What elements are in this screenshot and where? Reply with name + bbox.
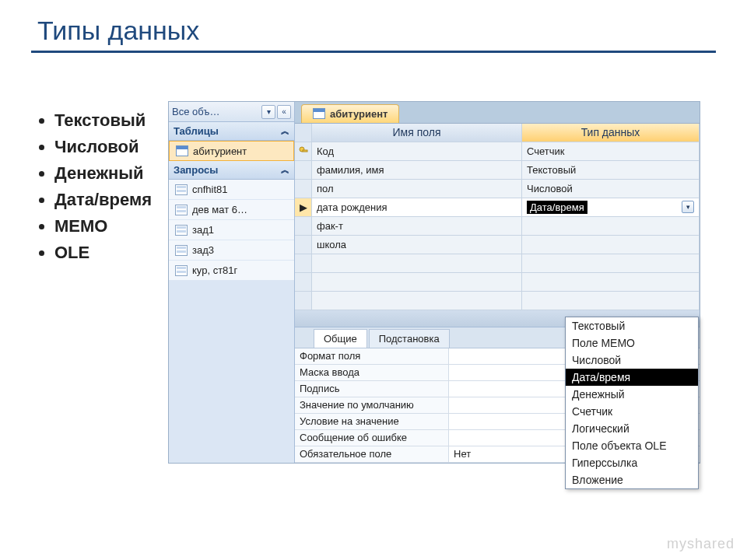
field-type-cell[interactable]: [522, 254, 700, 272]
chevron-up-icon: ︽: [281, 125, 289, 137]
nav-header: Все объ… ▾ «: [169, 102, 294, 122]
nav-item-query[interactable]: зад1: [169, 220, 294, 240]
property-label: Условие на значение: [295, 414, 449, 429]
field-name-cell[interactable]: школа: [312, 236, 522, 254]
navigation-pane: Все объ… ▾ « Таблицы ︽ абитуриент Запрос…: [169, 102, 295, 463]
field-name-cell[interactable]: фамилия, имя: [312, 161, 522, 179]
nav-item-query[interactable]: cnfhit81: [169, 180, 294, 200]
field-name-cell[interactable]: Код: [312, 142, 522, 160]
field-name-cell[interactable]: [312, 254, 522, 272]
nav-item-query[interactable]: кур, ст81г: [169, 261, 294, 281]
row-selector[interactable]: [295, 292, 312, 310]
field-row[interactable]: школа: [295, 236, 700, 254]
dropdown-option[interactable]: Поле объекта OLE: [566, 437, 698, 454]
svg-rect-1: [303, 150, 307, 152]
nav-item-label: зад3: [192, 244, 214, 256]
bullet-item: Текстовый: [54, 110, 152, 131]
nav-group-tables[interactable]: Таблицы ︽: [169, 122, 294, 141]
field-type-cell[interactable]: Дата/время ▾: [522, 198, 700, 216]
row-selector[interactable]: [295, 180, 312, 198]
chevron-up-icon: ︽: [281, 164, 289, 176]
field-type-cell[interactable]: [522, 236, 700, 254]
field-type-cell[interactable]: Текстовый: [522, 161, 700, 179]
nav-item-label: кур, ст81г: [192, 264, 237, 276]
bullet-item: MEMO: [54, 216, 152, 236]
dropdown-button[interactable]: ▾: [682, 201, 694, 213]
table-icon: [313, 108, 325, 119]
row-selector[interactable]: ▶: [295, 198, 312, 216]
row-selector[interactable]: [295, 142, 312, 160]
nav-menu-button[interactable]: ▾: [261, 105, 275, 119]
property-label: Значение по умолчанию: [295, 397, 449, 413]
bullet-list: Текстовый Числовой Денежный Дата/время M…: [23, 110, 152, 269]
field-name-cell[interactable]: [312, 273, 522, 291]
dropdown-option-selected[interactable]: Дата/время: [566, 369, 698, 386]
query-icon: [175, 265, 188, 276]
field-grid: Имя поля Тип данных Код Счетчик фамилия,…: [295, 123, 700, 310]
dropdown-option[interactable]: Вложение: [566, 471, 698, 488]
query-icon: [175, 184, 188, 195]
field-name-cell[interactable]: [312, 292, 522, 310]
dropdown-option[interactable]: Денежный: [566, 386, 698, 403]
row-selector-header: [295, 124, 312, 142]
field-name-cell[interactable]: фак-т: [312, 217, 522, 235]
watermark: myshared: [667, 536, 735, 552]
field-row[interactable]: фамилия, имя Текстовый: [295, 161, 700, 180]
object-tab-label: абитуриент: [330, 108, 388, 120]
nav-item-table[interactable]: абитуриент: [169, 141, 294, 161]
nav-item-query[interactable]: дев мат 6…: [169, 200, 294, 220]
col-header-type: Тип данных: [522, 124, 700, 142]
row-selector[interactable]: [295, 236, 312, 254]
property-label: Формат поля: [295, 348, 449, 364]
query-icon: [175, 225, 188, 236]
property-label: Подпись: [295, 381, 449, 397]
field-row-empty[interactable]: [295, 292, 700, 310]
dropdown-option[interactable]: Числовой: [566, 352, 698, 369]
field-type-cell[interactable]: [522, 292, 700, 310]
field-row-empty[interactable]: [295, 273, 700, 292]
dropdown-option[interactable]: Гиперссылка: [566, 454, 698, 471]
dropdown-option[interactable]: Поле MEMO: [566, 334, 698, 352]
nav-group-label: Таблицы: [174, 125, 281, 137]
row-selector[interactable]: [295, 161, 312, 179]
property-tab-lookup[interactable]: Подстановка: [369, 329, 450, 348]
nav-group-label: Запросы: [174, 164, 281, 176]
field-row-active[interactable]: ▶ дата рождения Дата/время ▾: [295, 198, 700, 217]
nav-item-query[interactable]: зад3: [169, 240, 294, 261]
field-type-cell[interactable]: [522, 217, 700, 235]
object-tabbar: абитуриент: [295, 102, 700, 123]
title-underline: [31, 51, 716, 53]
row-selector[interactable]: [295, 217, 312, 235]
bullet-item: Денежный: [54, 163, 152, 184]
nav-group-queries[interactable]: Запросы ︽: [169, 161, 294, 180]
datatype-dropdown[interactable]: Текстовый Поле MEMO Числовой Дата/время …: [565, 317, 699, 489]
primary-key-icon: [299, 146, 308, 156]
dropdown-option[interactable]: Счетчик: [566, 403, 698, 420]
property-label: Обязательное поле: [295, 446, 449, 462]
nav-collapse-button[interactable]: «: [277, 105, 291, 119]
row-selector[interactable]: [295, 273, 312, 291]
bullet-item: Числовой: [54, 137, 152, 157]
grid-header-row: Имя поля Тип данных: [295, 124, 700, 142]
property-tab-general[interactable]: Общие: [314, 329, 367, 348]
dropdown-option[interactable]: Текстовый: [566, 317, 698, 334]
dropdown-option[interactable]: Логический: [566, 420, 698, 437]
nav-item-label: абитуриент: [193, 145, 247, 157]
field-type-cell[interactable]: Числовой: [522, 180, 700, 198]
field-type-cell[interactable]: Счетчик: [522, 142, 700, 160]
field-row[interactable]: Код Счетчик: [295, 142, 700, 161]
query-icon: [175, 205, 188, 215]
nav-item-label: дев мат 6…: [192, 204, 247, 215]
field-type-cell[interactable]: [522, 273, 700, 291]
access-window: Все объ… ▾ « Таблицы ︽ абитуриент Запрос…: [168, 101, 700, 464]
field-row[interactable]: фак-т: [295, 217, 700, 236]
field-name-cell[interactable]: пол: [312, 180, 522, 198]
row-selector[interactable]: [295, 254, 312, 272]
slide-title: Типы данных: [0, 0, 747, 51]
field-row[interactable]: пол Числовой: [295, 180, 700, 198]
object-tab[interactable]: абитуриент: [301, 104, 399, 123]
nav-header-title: Все объ…: [172, 106, 260, 117]
field-name-cell[interactable]: дата рождения: [312, 198, 522, 216]
field-row-empty[interactable]: [295, 254, 700, 273]
property-label: Маска ввода: [295, 365, 449, 380]
